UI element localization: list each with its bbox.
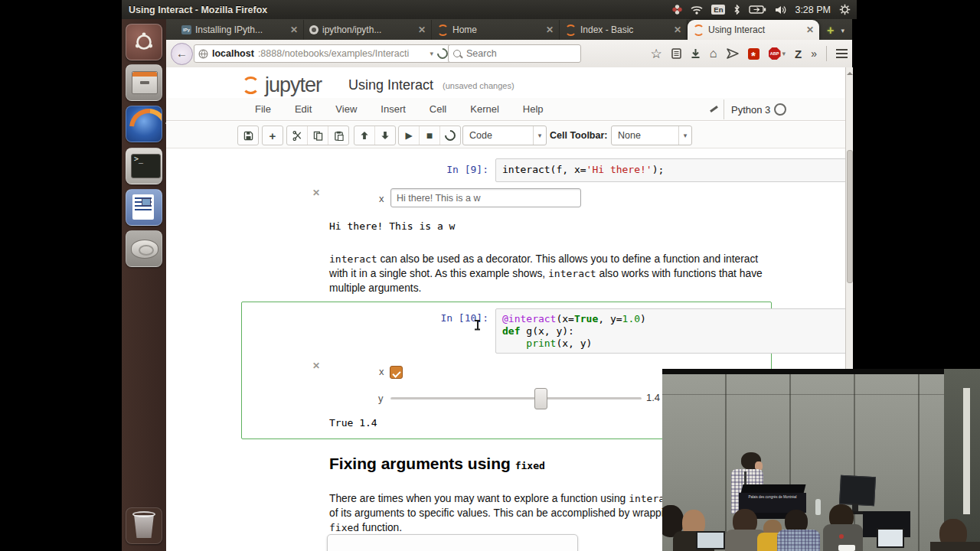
monitor-stand xyxy=(852,504,858,511)
dash-home-button[interactable] xyxy=(126,24,162,60)
tab-using-interact-active[interactable]: Using Interact ✕ xyxy=(688,20,819,40)
disk-utility-launcher-icon[interactable] xyxy=(126,230,162,267)
search-bar[interactable] xyxy=(448,44,581,63)
keyboard-layout-indicator[interactable]: En xyxy=(711,5,725,15)
presenter-lanyard xyxy=(744,471,746,484)
cell9-output: Hi there! This is a w xyxy=(329,220,455,232)
jupyter-favicon xyxy=(437,24,449,36)
tab-close-icon[interactable]: ✕ xyxy=(806,24,814,35)
next-cell-partial[interactable] xyxy=(327,534,578,551)
firefox-navigation-bar: ← localhost:8888/notebooks/examples/Inte… xyxy=(166,40,852,68)
extension-red-asterisk-icon[interactable]: * xyxy=(748,48,760,60)
tab-close-icon[interactable]: ✕ xyxy=(546,24,554,35)
water-bottle xyxy=(815,499,821,515)
tab-close-icon[interactable]: ✕ xyxy=(418,24,426,35)
dropdown-caret-icon: ▾ xyxy=(533,126,546,145)
cell10-output: True 1.4 xyxy=(329,417,377,429)
notebook-title[interactable]: Using Interact xyxy=(348,77,433,93)
new-tab-button[interactable]: + xyxy=(827,24,834,37)
paste-cell-button[interactable] xyxy=(328,126,348,145)
menu-kernel[interactable]: Kernel xyxy=(469,103,501,115)
tab-github-ipython[interactable]: ipython/ipyth... ✕ xyxy=(304,20,432,40)
abp-dropdown-icon: ▾ xyxy=(782,50,786,57)
jupyter-favicon xyxy=(693,24,704,36)
firefox-launcher-icon[interactable] xyxy=(126,106,162,142)
bookmark-star-icon[interactable]: ☆ xyxy=(651,46,662,62)
clock[interactable]: 3:28 PM xyxy=(795,5,831,15)
url-bar[interactable]: localhost:8888/notebooks/examples/Intera… xyxy=(194,44,452,63)
interrupt-kernel-button[interactable]: ■ xyxy=(420,126,440,145)
system-tray: En 3:28 PM xyxy=(672,0,857,19)
trash-launcher-icon[interactable] xyxy=(126,507,162,544)
scrollbar-up-icon[interactable] xyxy=(847,69,853,75)
tab-home[interactable]: Home ✕ xyxy=(432,20,560,40)
move-cell-up-button[interactable] xyxy=(354,126,375,145)
jupyter-logo[interactable]: jupyter xyxy=(242,73,322,97)
tab-list-dropdown-icon[interactable]: ▾ xyxy=(841,27,852,34)
presenter-video-overlay: Palais des congrès de Montréal xyxy=(662,369,980,551)
ubuntu-logo-icon xyxy=(134,32,154,52)
projection-screen-edge xyxy=(963,388,970,514)
downloads-icon[interactable] xyxy=(691,48,701,59)
insert-cell-button[interactable]: + xyxy=(263,126,283,145)
menu-view[interactable]: View xyxy=(334,103,358,115)
cell9-widget-text-input[interactable] xyxy=(390,188,581,207)
bluetooth-icon[interactable] xyxy=(733,5,740,15)
kernel-status-icon xyxy=(774,103,786,116)
bookmarks-sidebar-icon[interactable] xyxy=(671,48,681,59)
menu-cell[interactable]: Cell xyxy=(428,103,448,115)
widget-close-icon[interactable]: ✕ xyxy=(312,360,320,371)
search-input[interactable] xyxy=(465,47,552,60)
move-cell-down-button[interactable] xyxy=(375,126,395,145)
tab-index-basic[interactable]: Index - Basic ✕ xyxy=(560,20,688,40)
share-pocket-icon[interactable] xyxy=(727,48,739,59)
jupyter-favicon xyxy=(565,24,577,36)
cell10-checkbox[interactable] xyxy=(390,366,403,379)
extension-z-icon[interactable]: Z xyxy=(795,47,802,60)
stage-monitor xyxy=(839,475,876,506)
overflow-chevron-icon[interactable]: » xyxy=(811,47,817,60)
cell9-input[interactable]: interact(f, x='Hi there!'); xyxy=(495,158,845,182)
home-icon[interactable]: ⌂ xyxy=(710,47,717,60)
widget-close-icon[interactable]: ✕ xyxy=(312,187,320,198)
tab-installing-ipython[interactable]: IPy Installing IPyth... ✕ xyxy=(176,20,304,40)
wifi-icon[interactable] xyxy=(691,5,703,15)
terminal-launcher-icon[interactable]: >_ xyxy=(126,148,162,184)
menu-file[interactable]: File xyxy=(253,103,273,115)
dropdown-caret-icon: ▾ xyxy=(678,126,691,145)
cell10-slider-track[interactable] xyxy=(390,397,642,400)
toolbar-separator xyxy=(826,46,827,61)
back-button[interactable]: ← xyxy=(171,43,193,65)
audience-laptop xyxy=(696,531,725,549)
volume-icon[interactable] xyxy=(775,5,786,15)
battery-icon[interactable] xyxy=(749,5,766,14)
restart-kernel-button[interactable] xyxy=(440,126,460,145)
libreoffice-writer-launcher-icon[interactable] xyxy=(126,189,162,226)
scrollbar-thumb[interactable] xyxy=(847,150,853,283)
save-button[interactable] xyxy=(238,126,258,145)
cell10-slider-handle[interactable] xyxy=(534,388,547,409)
url-dropdown-icon[interactable]: ▾ xyxy=(430,50,433,57)
adblock-plus-icon[interactable]: ABP▾ xyxy=(769,47,786,60)
url-path: :8888/notebooks/examples/Interacti xyxy=(258,48,426,59)
tab-close-icon[interactable]: ✕ xyxy=(674,24,681,35)
copy-cell-button[interactable] xyxy=(308,126,328,145)
notifications-icon[interactable] xyxy=(672,5,682,15)
menu-insert[interactable]: Insert xyxy=(379,103,407,115)
menu-hamburger-icon[interactable] xyxy=(836,49,848,58)
cut-cell-button[interactable] xyxy=(287,126,308,145)
cell10-input[interactable]: @interact(x=True, y=1.0) def g(x, y): pr… xyxy=(495,308,845,354)
cell9-code: interact(f, x='Hi there!'); xyxy=(496,159,845,176)
run-cell-button[interactable]: ▶ xyxy=(399,126,420,145)
tab-close-icon[interactable]: ✕ xyxy=(290,24,298,35)
cell-type-dropdown[interactable]: Code ▾ xyxy=(462,126,547,145)
menu-edit[interactable]: Edit xyxy=(293,103,313,115)
markdown-paragraph: interact can also be used as a decorator… xyxy=(329,252,763,295)
menu-help[interactable]: Help xyxy=(521,103,545,115)
github-favicon xyxy=(309,25,318,34)
cell-toolbar-dropdown[interactable]: None ▾ xyxy=(611,126,692,145)
files-launcher-icon[interactable] xyxy=(126,64,162,101)
session-gear-icon[interactable] xyxy=(839,4,851,15)
site-identity-globe-icon[interactable] xyxy=(198,49,208,59)
cell9-widget-label: x xyxy=(379,193,384,204)
